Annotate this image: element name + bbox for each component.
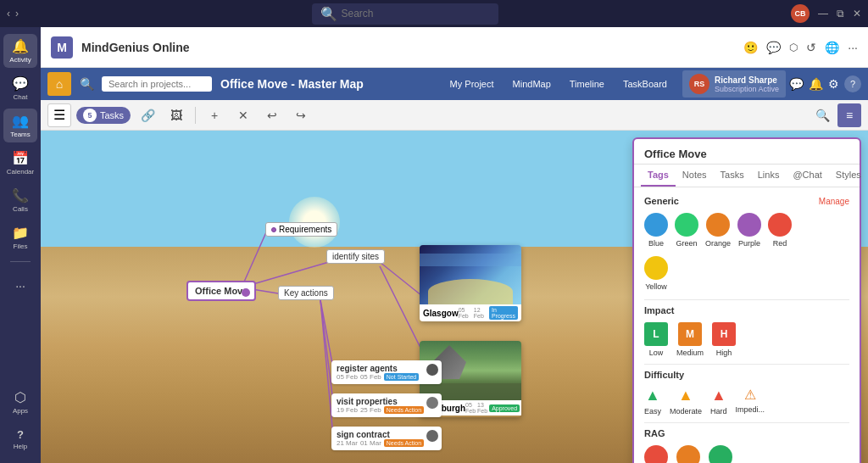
requirements-node[interactable]: Requirements xyxy=(265,222,337,237)
emoji-icon[interactable]: 🙂 xyxy=(743,41,758,54)
tag-green[interactable]: Green xyxy=(675,213,698,248)
link-button[interactable]: 🔗 xyxy=(136,103,159,127)
tag-purple[interactable]: Purple xyxy=(737,213,761,248)
sidebar-item-chat[interactable]: 💬 Chat xyxy=(3,71,37,105)
sidebar-item-apps[interactable]: ⬡ Apps xyxy=(3,385,37,419)
chat-icon[interactable]: 💬 xyxy=(789,77,804,91)
tab-links[interactable]: Links xyxy=(751,165,787,187)
titlebar-search[interactable]: 🔍 xyxy=(312,3,498,25)
canvas-area[interactable]: Requirements Office Move Key actions ide… xyxy=(41,131,868,463)
nav-arrows[interactable]: ‹ › xyxy=(7,8,19,20)
nav-mindmap[interactable]: MindMap xyxy=(504,75,559,93)
sidebar-item-calendar[interactable]: 📅 Calendar xyxy=(3,146,37,180)
expand-icon[interactable]: ⬡ xyxy=(789,42,798,53)
impact-title: Impact xyxy=(644,305,674,315)
identify-sites-node[interactable]: identify sites xyxy=(326,249,385,264)
red-circle xyxy=(768,213,792,237)
panel-tabs: Tags Notes Tasks Links @Chat Styles xyxy=(634,165,860,187)
refresh-icon[interactable]: ↺ xyxy=(806,41,816,54)
difficulty-moderate[interactable]: ▲ Moderate xyxy=(670,387,702,416)
tag-yellow[interactable]: Yellow xyxy=(644,256,668,291)
impact-medium[interactable]: M Medium xyxy=(676,322,704,357)
tag-blue[interactable]: Blue xyxy=(644,213,668,248)
sign-contract-card[interactable]: sign contract 21 Mar 01 Mar Needs Action xyxy=(331,427,442,450)
easy-icon: ▲ xyxy=(645,387,660,404)
tab-tags[interactable]: Tags xyxy=(641,165,676,187)
rag-green[interactable]: Green xyxy=(709,445,732,463)
notification-icon[interactable]: 🔔 xyxy=(809,77,823,91)
settings-icon[interactable]: ⚙ xyxy=(828,77,839,91)
tab-chat[interactable]: @Chat xyxy=(786,165,828,187)
contract-date2: 01 Mar xyxy=(360,439,381,447)
root-connector xyxy=(242,288,250,297)
mg-search-input[interactable] xyxy=(102,76,212,92)
list-view-button[interactable]: ☰ xyxy=(47,103,71,127)
red-label: Red xyxy=(773,239,787,248)
impact-low[interactable]: L Low xyxy=(644,322,668,357)
difficulty-easy[interactable]: ▲ Easy xyxy=(644,387,661,416)
mg-header: ⌂ 🔍 Office Move - Master Map My Project … xyxy=(41,68,868,100)
help-icon[interactable]: ? xyxy=(844,75,861,92)
user-avatar: RS xyxy=(689,74,709,94)
toolbar-separator xyxy=(195,107,196,124)
close-button[interactable]: ✕ xyxy=(853,8,861,20)
sidebar-item-calls[interactable]: 📞 Calls xyxy=(3,183,37,217)
difficulty-impediment[interactable]: ⚠ Impedi... xyxy=(736,387,765,416)
redo-icon: ↪ xyxy=(296,109,306,122)
tag-orange[interactable]: Orange xyxy=(705,213,731,248)
window-controls[interactable]: CB — ⧉ ✕ xyxy=(791,4,861,23)
sidebar-item-files[interactable]: 📁 Files xyxy=(3,220,37,254)
tag-red[interactable]: Red xyxy=(768,213,792,248)
rag-red[interactable]: Red xyxy=(644,445,668,463)
sidebar-item-teams[interactable]: 👥 Teams xyxy=(3,109,37,142)
edinburgh-badge: Approved xyxy=(489,404,520,412)
mg-home-button[interactable]: ⌂ xyxy=(47,72,71,96)
globe-icon[interactable]: 🌐 xyxy=(825,41,839,54)
sidebar-item-help[interactable]: ? Help xyxy=(3,422,37,456)
user-name: Richard Sharpe xyxy=(715,75,779,85)
rag-amber[interactable]: Amber xyxy=(676,445,700,463)
calls-icon: 📞 xyxy=(12,187,29,204)
chat-bubble-icon[interactable]: 💬 xyxy=(766,41,781,54)
sidebar-item-more[interactable]: ··· xyxy=(3,269,37,303)
tasks-badge[interactable]: 5 Tasks xyxy=(76,107,131,124)
visit-meta: 19 Feb 25 Feb Needs Action xyxy=(337,406,437,414)
user-text: Richard Sharpe Subscription Active xyxy=(715,75,779,93)
redo-button[interactable]: ↪ xyxy=(289,103,313,127)
add-button[interactable]: + xyxy=(203,103,226,127)
back-button[interactable]: ‹ xyxy=(7,8,10,20)
sidebar-item-activity[interactable]: 🔔 Activity xyxy=(3,34,37,68)
undo-button[interactable]: ↩ xyxy=(260,103,284,127)
nav-my-project[interactable]: My Project xyxy=(442,75,503,93)
manage-link[interactable]: Manage xyxy=(819,197,849,206)
remove-button[interactable]: ✕ xyxy=(231,103,255,127)
forward-button[interactable]: › xyxy=(15,8,19,20)
difficulty-hard[interactable]: ▲ Hard xyxy=(710,387,727,416)
glasgow-image-node[interactable]: Glasgow 05 Feb 12 Feb In Progress xyxy=(420,245,521,321)
identify-sites-label: identify sites xyxy=(332,252,379,261)
search-button[interactable]: 🔍 xyxy=(810,103,834,127)
tab-tasks[interactable]: Tasks xyxy=(714,165,751,187)
restore-button[interactable]: ⧉ xyxy=(837,8,844,20)
minimize-button[interactable]: — xyxy=(818,8,828,20)
menu-button[interactable]: ≡ xyxy=(837,103,861,127)
generic-tags-row: Blue Green Orange xyxy=(644,213,849,248)
nav-timeline[interactable]: Timeline xyxy=(561,75,613,93)
activity-icon: 🔔 xyxy=(12,38,29,54)
more-options-icon[interactable]: ··· xyxy=(848,41,858,54)
low-badge: L xyxy=(644,322,668,346)
nav-taskboard[interactable]: TaskBoard xyxy=(615,75,676,93)
search-input[interactable] xyxy=(342,8,477,20)
visit-properties-card[interactable]: visit properties 19 Feb 25 Feb Needs Act… xyxy=(331,393,442,417)
tab-styles[interactable]: Styles xyxy=(829,165,868,187)
mg-search-button[interactable]: 🔍 xyxy=(75,72,98,96)
impact-high[interactable]: H High xyxy=(712,322,736,357)
tab-notes[interactable]: Notes xyxy=(676,165,714,187)
tasks-label: Tasks xyxy=(100,110,124,120)
user-avatar: CB xyxy=(791,4,810,23)
register-agents-card[interactable]: register agents 05 Feb 05 Feb Not Starte… xyxy=(331,360,442,384)
key-actions-node[interactable]: Key actions xyxy=(278,286,334,300)
app-logo: M xyxy=(51,36,73,59)
image-button[interactable]: 🖼 xyxy=(164,103,188,127)
impact-section-header: Impact xyxy=(644,305,849,315)
